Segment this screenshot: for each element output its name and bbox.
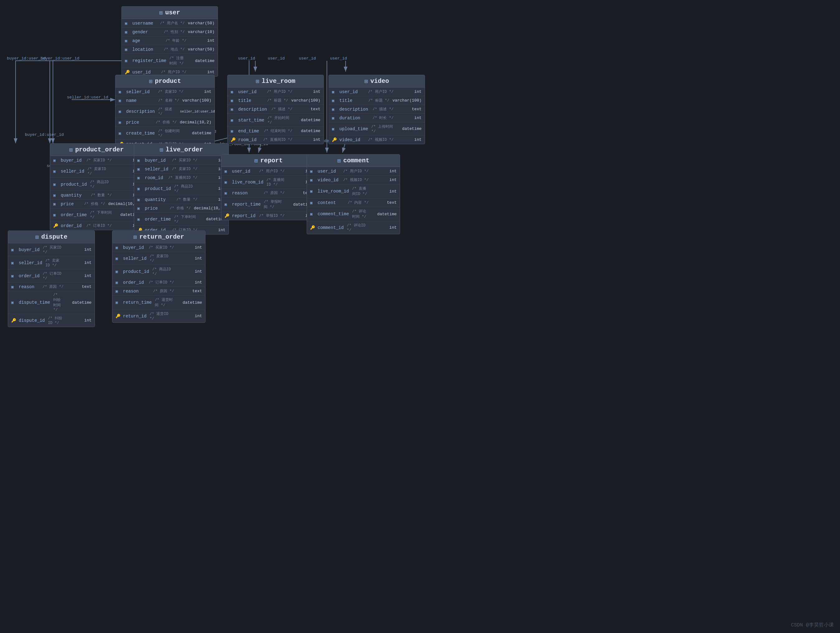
table-icon-live-order: ⊞ — [160, 146, 163, 153]
table-product-name: product — [155, 78, 181, 85]
table-live-order-name: live_order — [166, 146, 203, 153]
table-user-row-gender: ▣ gender /* 性别 */ varchar(10) — [122, 28, 218, 36]
table-product-header: ⊞ product — [115, 75, 215, 87]
table-comment-header: ⊞ comment — [307, 155, 400, 167]
table-dispute: ⊞ dispute ▣ buyer_id /* 买家ID */ int ▣ se… — [8, 231, 95, 327]
label-user-id-3: user_id — [299, 56, 316, 61]
table-product-order-header: ⊞ product_order — [50, 144, 143, 156]
table-icon-product-order: ⊞ — [69, 146, 73, 153]
table-icon-return-order: ⊞ — [134, 234, 137, 241]
table-dispute-name: dispute — [41, 233, 67, 241]
label-seller-id-user-id-product: seller_id:user_id — [67, 95, 108, 100]
table-icon-dispute: ⊞ — [35, 234, 39, 241]
table-return-order: ⊞ return_order ▣ buyer_id /* 买家ID */ int… — [112, 231, 205, 323]
label-buyer-id-user-id-2: buyer_id:user_id — [41, 56, 79, 61]
table-icon-live-room: ⊞ — [256, 78, 259, 85]
table-icon-report: ⊞ — [254, 157, 258, 164]
field-icon-username: ▣ — [125, 21, 131, 26]
field-icon-gender: ▣ — [125, 30, 131, 35]
field-icon-location: ▣ — [125, 47, 131, 52]
table-icon-video: ⊞ — [365, 78, 368, 85]
table-dispute-header: ⊞ dispute — [8, 231, 95, 243]
table-product: ⊞ product ▣ seller_id /* 卖家ID */ int ▣ n… — [115, 75, 215, 149]
table-video-name: video — [370, 78, 389, 85]
field-icon-user-id: 🔑 — [125, 70, 131, 75]
table-comment-name: comment — [343, 157, 369, 164]
label-buyer-id-user-id-1: buyer_id:user_id — [7, 56, 46, 61]
table-live-room-header: ⊞ live_room — [227, 75, 324, 87]
table-comment: ⊞ comment ▣ user_id /* 用户ID */ int ▣ vid… — [307, 154, 400, 234]
db-diagram: buyer_id:user_id buyer_id:user_id seller… — [0, 0, 840, 633]
table-user: ⊞ user ▣ username /* 用户名 */ varchar(50) … — [122, 6, 218, 77]
field-icon-age: ▣ — [125, 38, 131, 43]
table-live-room: ⊞ live_room ▣ user_id /* 用户ID */ int ▣ t… — [227, 75, 324, 144]
table-report-header: ⊞ report — [221, 155, 316, 167]
watermark: CSDN @李昊哲小课 — [791, 622, 834, 628]
table-user-row-register-time: ▣ register_time /* 注册时间 */ datetime — [122, 54, 218, 68]
table-live-room-name: live_room — [262, 78, 295, 85]
table-user-header: ⊞ user — [122, 6, 218, 19]
table-user-row-username: ▣ username /* 用户名 */ varchar(50) — [122, 19, 218, 28]
table-return-order-header: ⊞ return_order — [112, 231, 205, 243]
table-product-order-name: product_order — [75, 146, 123, 153]
label-user-id-2: user_id — [268, 56, 285, 61]
table-user-row-age: ▣ age /* 年龄 */ int — [122, 36, 218, 45]
table-video-header: ⊞ video — [329, 75, 425, 87]
label-buyer-id-user-id-3: buyer_id:user_id — [25, 132, 64, 137]
field-icon-register-time: ▣ — [125, 58, 131, 63]
table-video: ⊞ video ▣ user_id /* 用户ID */ int ▣ title… — [328, 75, 425, 144]
label-user-id-1: user_id — [238, 56, 255, 61]
table-icon-user: ⊞ — [159, 9, 163, 16]
table-live-order: ⊞ live_order ▣ buyer_id /* 买家ID */ int ▣… — [134, 143, 229, 234]
table-live-order-header: ⊞ live_order — [134, 144, 229, 156]
table-icon-comment: ⊞ — [338, 157, 341, 164]
table-product-order: ⊞ product_order ▣ buyer_id /* 买家ID */ in… — [50, 143, 143, 230]
table-icon-product: ⊞ — [149, 78, 153, 85]
table-user-name: user — [165, 9, 180, 16]
table-report: ⊞ report ▣ user_id /* 用户ID */ int ▣ live… — [221, 154, 316, 220]
table-return-order-name: return_order — [139, 233, 184, 241]
label-user-id-4: user_id — [330, 56, 347, 61]
table-report-name: report — [260, 157, 283, 164]
table-user-row-location: ▣ location /* 地点 */ varchar(50) — [122, 45, 218, 54]
